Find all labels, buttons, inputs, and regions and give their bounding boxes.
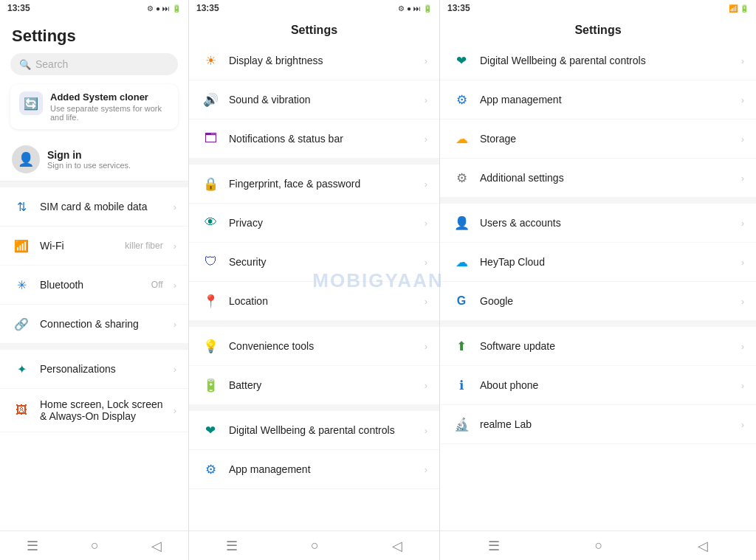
avatar: 👤 (12, 145, 40, 173)
google-item[interactable]: G Google › (440, 282, 756, 321)
digitalwellbeing-item[interactable]: ❤ Digital Wellbeing & parental controls … (189, 411, 439, 450)
privacy-item[interactable]: 👁 Privacy › (189, 204, 439, 243)
google-label: Google (480, 295, 732, 307)
personalizations-label: Personalizations (40, 363, 165, 375)
personalizations-item[interactable]: ✦ Personalizations › (0, 350, 188, 389)
search-icon: 🔍 (19, 59, 31, 70)
sim-chevron: › (173, 201, 176, 212)
heytap-cloud-item[interactable]: ☁ HeyTap Cloud › (440, 243, 756, 282)
heytap-cloud-icon: ☁ (452, 252, 471, 272)
panel-3: 13:35 📶 🔋 Settings ❤ Digital Wellbeing &… (440, 0, 756, 560)
nav-home-3[interactable]: ○ (595, 538, 603, 553)
panel-1-content: Settings 🔍 Search 🔄 Added System cloner … (0, 16, 188, 530)
connection-item[interactable]: 🔗 Connection & sharing › (0, 305, 188, 344)
dw-parental-item[interactable]: ❤ Digital Wellbeing & parental controls … (440, 41, 756, 80)
google-icon: G (452, 291, 471, 311)
nav-back-1[interactable]: ◁ (151, 538, 162, 554)
promo-subtitle: Use separate systems for work and life. (50, 104, 169, 122)
realme-lab-label: realme Lab (480, 418, 732, 430)
connection-icon: 🔗 (12, 314, 31, 333)
realme-lab-chevron: › (741, 419, 744, 430)
fingerprint-item[interactable]: 🔒 Fingerprint, face & password › (189, 165, 439, 204)
battery-icon: 🔋 (201, 376, 220, 395)
software-update-item[interactable]: ⬆ Software update › (440, 327, 756, 366)
users-accounts-label: Users & accounts (480, 217, 732, 229)
users-accounts-item[interactable]: 👤 Users & accounts › (440, 204, 756, 243)
sim-card-item[interactable]: ⇅ SIM card & mobile data › (0, 187, 188, 227)
convenience-chevron: › (425, 341, 427, 352)
status-icons-3: 📶 🔋 (729, 4, 749, 13)
appmanagement-chevron: › (425, 464, 427, 475)
bluetooth-item[interactable]: ✳ Bluetooth Off › (0, 266, 188, 305)
nav-back-3[interactable]: ◁ (698, 538, 708, 554)
status-time-2: 13:35 (196, 3, 219, 13)
privacy-chevron: › (425, 218, 427, 229)
divider-m1 (189, 159, 439, 165)
convenience-label: Convenience tools (229, 340, 416, 352)
nav-menu-3[interactable]: ☰ (488, 538, 500, 554)
software-update-label: Software update (480, 340, 732, 352)
connection-label: Connection & sharing (40, 318, 165, 330)
app-mgmt-chevron: › (741, 94, 744, 106)
nav-back-2[interactable]: ◁ (392, 538, 402, 554)
additional-settings-item[interactable]: ⚙ Additional settings › (440, 159, 756, 198)
homescreen-item[interactable]: 🖼 Home screen, Lock screen & Always-On D… (0, 389, 188, 432)
about-phone-icon: ℹ (452, 376, 471, 395)
additional-settings-icon: ⚙ (452, 168, 471, 187)
software-update-chevron: › (741, 341, 744, 352)
storage-chevron: › (741, 134, 744, 145)
panel-3-title: Settings (440, 16, 756, 41)
bluetooth-label: Bluetooth (40, 279, 142, 291)
divider-2 (0, 344, 188, 350)
location-item[interactable]: 📍 Location › (189, 282, 439, 321)
sign-in-text: Sign in Sign in to use services. (47, 149, 131, 170)
divider-m2 (189, 321, 439, 327)
wifi-icon: 📶 (12, 236, 31, 255)
promo-title: Added System cloner (50, 91, 169, 103)
app-mgmt-item[interactable]: ⚙ App management › (440, 80, 756, 120)
status-bar-1: 13:35 ⚙ ● ⏭ 🔋 (0, 0, 188, 16)
realme-lab-item[interactable]: 🔬 realme Lab › (440, 405, 756, 444)
storage-item[interactable]: ☁ Storage › (440, 120, 756, 159)
search-placeholder: Search (35, 58, 68, 70)
additional-settings-chevron: › (741, 173, 744, 184)
search-bar[interactable]: 🔍 Search (10, 53, 178, 75)
notifications-chevron: › (425, 134, 427, 145)
notifications-label: Notifications & status bar (229, 133, 416, 145)
sign-in-row[interactable]: 👤 Sign in Sign in to use services. (0, 138, 188, 182)
homescreen-label: Home screen, Lock screen & Always-On Dis… (40, 398, 165, 422)
nav-menu-1[interactable]: ☰ (27, 538, 38, 554)
software-update-icon: ⬆ (452, 336, 471, 356)
display-chevron: › (425, 55, 427, 66)
display-item[interactable]: ☀ Display & brightness › (189, 41, 439, 80)
nav-home-2[interactable]: ○ (311, 538, 319, 553)
wifi-chevron: › (173, 241, 176, 252)
bottom-nav-2: ☰ ○ ◁ (189, 530, 439, 560)
battery-item[interactable]: 🔋 Battery › (189, 366, 439, 405)
personalizations-icon: ✦ (12, 359, 31, 378)
promo-card[interactable]: 🔄 Added System cloner Use separate syste… (10, 84, 178, 129)
fingerprint-chevron: › (425, 179, 427, 190)
nav-menu-2[interactable]: ☰ (226, 538, 238, 554)
status-time-1: 13:35 (7, 3, 30, 13)
divider-1 (0, 182, 188, 187)
divider-r1 (440, 198, 756, 204)
wifi-item[interactable]: 📶 Wi-Fi killer fiber › (0, 227, 188, 266)
dw-parental-label: Digital Wellbeing & parental controls (480, 55, 732, 66)
security-item[interactable]: 🛡 Security › (189, 243, 439, 282)
divider-m3 (189, 405, 439, 411)
homescreen-chevron: › (173, 405, 176, 416)
nav-home-1[interactable]: ○ (91, 538, 99, 553)
divider-r2 (440, 321, 756, 327)
convenience-item[interactable]: 💡 Convenience tools › (189, 327, 439, 366)
notifications-item[interactable]: 🗔 Notifications & status bar › (189, 120, 439, 159)
security-label: Security (229, 256, 416, 268)
appmanagement-item[interactable]: ⚙ App management › (189, 450, 439, 489)
users-accounts-chevron: › (741, 218, 744, 229)
about-phone-item[interactable]: ℹ About phone › (440, 366, 756, 405)
promo-text: Added System cloner Use separate systems… (50, 91, 169, 122)
status-icons-2: ⚙ ● ⏭ 🔋 (398, 4, 432, 13)
sound-item[interactable]: 🔊 Sound & vibration › (189, 80, 439, 120)
digitalwellbeing-chevron: › (425, 425, 427, 436)
status-bar-2: 13:35 ⚙ ● ⏭ 🔋 (189, 0, 439, 16)
